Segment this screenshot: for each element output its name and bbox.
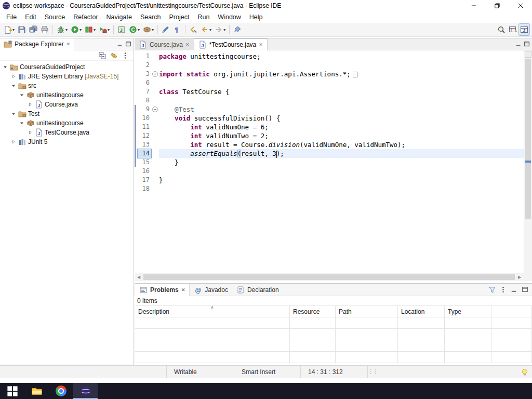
code-line-13[interactable]: 13 int result = Course.division(validNum… [135, 140, 524, 149]
link-with-editor-icon[interactable] [110, 51, 118, 60]
run-button[interactable]: ▾ [70, 24, 83, 35]
taskbar-start-button[interactable] [0, 383, 24, 399]
column-header-path[interactable]: Path [336, 306, 398, 317]
tree-item-src[interactable]: src [0, 81, 134, 90]
code-line-8[interactable]: 8 [135, 96, 524, 105]
view-menu-icon[interactable] [499, 286, 507, 294]
last-edit-location-button[interactable] [188, 24, 198, 35]
scrollbar-thumb[interactable] [525, 59, 531, 219]
maximize-icon[interactable] [521, 286, 529, 294]
column-header-resource[interactable]: Resource [290, 306, 336, 317]
lightbulb-icon[interactable] [521, 368, 529, 376]
fold-expanded-icon[interactable]: − [151, 105, 159, 114]
chevron-expanded-icon[interactable] [19, 120, 25, 126]
tab-package-explorer[interactable]: Package Explorer ✕ [0, 38, 74, 50]
code-line-15[interactable]: 15 } [135, 158, 524, 167]
table-row[interactable] [135, 352, 532, 363]
java-perspective-button[interactable]: J [519, 24, 529, 35]
editor-tab-testcourse-java[interactable]: J*TestCourse.java✕ [194, 38, 268, 50]
debug-button[interactable]: ▾ [56, 24, 69, 35]
table-row[interactable] [135, 317, 532, 329]
close-icon[interactable]: ✕ [181, 287, 185, 292]
scroll-left-icon[interactable]: ◀ [135, 275, 143, 280]
dropdown-arrow-icon[interactable]: ▾ [108, 28, 110, 32]
column-header-type[interactable]: Type [445, 306, 491, 317]
save-button[interactable] [17, 24, 27, 35]
tab-problems[interactable]: Problems✕ [135, 284, 190, 296]
table-row[interactable] [135, 329, 532, 340]
new-wizard-button[interactable]: ▾ [3, 24, 16, 35]
filter-icon[interactable] [488, 286, 496, 294]
tab-declaration[interactable]: Declaration [232, 284, 283, 296]
tree-item-unittestingcourse[interactable]: unittestingcourse [0, 90, 134, 100]
open-perspective-button[interactable] [508, 24, 518, 35]
minimize-icon[interactable] [510, 286, 518, 294]
chevron-collapsed-icon[interactable] [10, 73, 17, 79]
editor-tab-course-java[interactable]: JCourse.java✕ [135, 38, 194, 50]
menu-source[interactable]: Source [41, 12, 70, 22]
menu-run[interactable]: Run [193, 12, 214, 22]
tree-item-junit-5[interactable]: JUnit 5 [0, 137, 134, 147]
code-editor[interactable]: 1package unittestingcourse;23+import sta… [135, 50, 524, 273]
dropdown-arrow-icon[interactable]: ▾ [94, 28, 96, 32]
taskbar-chrome-button[interactable] [49, 383, 73, 399]
scroll-right-icon[interactable]: ▶ [515, 275, 524, 280]
chevron-expanded-icon[interactable] [19, 92, 25, 98]
new-junit-test-button[interactable]: J [116, 24, 127, 35]
dropdown-arrow-icon[interactable]: ▾ [12, 28, 15, 32]
code-line-3[interactable]: 3+import static org.junit.jupiter.api.As… [135, 70, 524, 78]
close-button[interactable] [509, 0, 532, 11]
chevron-expanded-icon[interactable] [10, 111, 17, 117]
toggle-mark-occurrences-button[interactable] [161, 24, 171, 35]
maximize-view-icon[interactable] [523, 41, 530, 48]
menu-refactor[interactable]: Refactor [69, 12, 102, 22]
dropdown-arrow-icon[interactable]: ▾ [152, 28, 154, 32]
dropdown-arrow-icon[interactable]: ▾ [79, 28, 82, 32]
code-line-14[interactable]: 14 assertEquals(result, 3); [135, 149, 524, 158]
scrollbar-thumb[interactable] [143, 274, 515, 280]
close-icon[interactable]: ✕ [66, 42, 71, 47]
view-menu-icon[interactable] [121, 51, 129, 60]
quick-search-button[interactable] [496, 24, 507, 35]
new-class-button[interactable]: C▾ [128, 24, 141, 35]
taskbar-file-explorer-button[interactable] [24, 383, 49, 399]
code-line-7[interactable]: 7class TestCourse { [135, 87, 524, 96]
code-line-18[interactable]: 18 [135, 184, 524, 193]
code-line-17[interactable]: 17} [135, 176, 524, 184]
tab-javadoc[interactable]: @Javadoc [190, 284, 232, 296]
chevron-expanded-icon[interactable] [10, 83, 17, 89]
menu-window[interactable]: Window [214, 12, 245, 22]
tree-item-course-java[interactable]: JCourse.java [0, 100, 134, 109]
coverage-button[interactable]: ▾ [84, 24, 97, 35]
minimize-button[interactable] [462, 0, 485, 11]
new-package-button[interactable]: ▾ [142, 24, 155, 35]
menu-help[interactable]: Help [245, 12, 267, 22]
dropdown-arrow-icon[interactable]: ▾ [209, 28, 211, 32]
external-tools-button[interactable]: ▾ [98, 24, 111, 35]
horizontal-scrollbar[interactable]: ◀ ▶ [135, 273, 524, 281]
menu-search[interactable]: Search [136, 12, 165, 22]
dropdown-arrow-icon[interactable]: ▾ [223, 28, 225, 32]
close-icon[interactable]: ✕ [259, 42, 263, 47]
menu-file[interactable]: File [2, 12, 21, 22]
code-line-16[interactable]: 16 [135, 167, 524, 176]
vertical-scrollbar[interactable] [524, 50, 532, 273]
fold-collapsed-icon[interactable]: + [151, 70, 159, 78]
collapse-all-icon[interactable] [98, 51, 107, 60]
code-line-11[interactable]: 11 int validNumOne = 6; [135, 123, 524, 131]
chevron-collapsed-icon[interactable] [27, 101, 33, 108]
chevron-expanded-icon[interactable] [2, 64, 8, 70]
close-icon[interactable]: ✕ [185, 42, 190, 47]
print-button[interactable] [39, 24, 50, 35]
save-all-button[interactable] [28, 24, 38, 35]
back-button[interactable]: ▾ [200, 24, 212, 35]
caret-line-marker[interactable] [525, 161, 531, 163]
menu-navigate[interactable]: Navigate [102, 12, 136, 22]
chevron-collapsed-icon[interactable] [10, 139, 17, 145]
tree-item-jre-system-library[interactable]: JRE System Library [JavaSE-15] [0, 72, 134, 81]
column-header-description[interactable]: Description∧ [135, 306, 290, 317]
code-line-9[interactable]: 9− @Test [135, 105, 524, 114]
code-line-6[interactable]: 6 [135, 78, 524, 87]
chevron-collapsed-icon[interactable] [27, 129, 33, 136]
pin-editor-button[interactable] [232, 24, 243, 35]
